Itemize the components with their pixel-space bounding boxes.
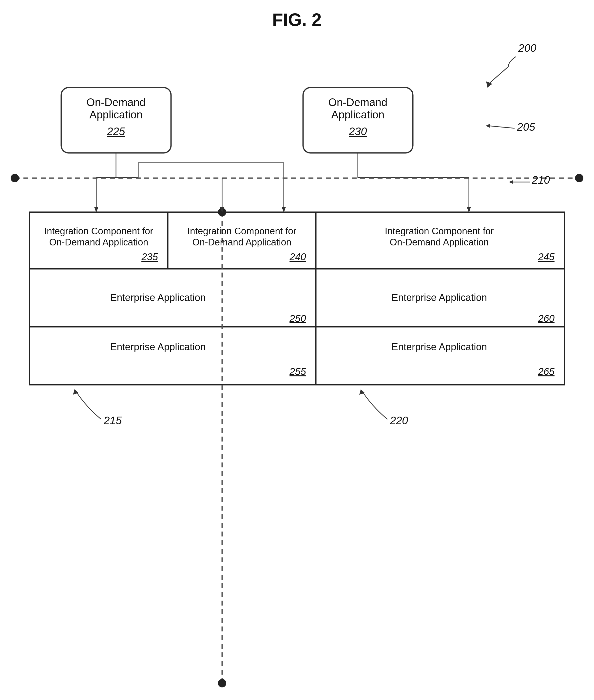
svg-text:Enterprise Application: Enterprise Application (110, 341, 206, 352)
svg-marker-2 (486, 81, 492, 88)
svg-text:Enterprise Application: Enterprise Application (110, 292, 206, 303)
svg-marker-31 (509, 180, 513, 184)
svg-text:Application: Application (331, 108, 384, 120)
svg-text:205: 205 (517, 121, 535, 133)
svg-text:255: 255 (289, 366, 306, 377)
svg-text:265: 265 (538, 366, 555, 377)
svg-marker-59 (359, 389, 365, 395)
svg-text:250: 250 (289, 313, 306, 324)
svg-text:240: 240 (289, 251, 306, 262)
svg-marker-17 (94, 207, 98, 213)
svg-text:210: 210 (532, 174, 550, 186)
svg-text:On-Demand Application: On-Demand Application (390, 237, 489, 247)
svg-text:230: 230 (349, 125, 367, 137)
svg-text:215: 215 (103, 414, 122, 426)
ref-200: 200 (518, 42, 536, 54)
svg-text:220: 220 (390, 414, 408, 426)
svg-rect-3 (61, 88, 171, 153)
svg-text:Integration Component for: Integration Component for (385, 226, 494, 236)
svg-text:245: 245 (538, 251, 555, 262)
svg-text:235: 235 (141, 251, 158, 262)
svg-text:On-Demand Application: On-Demand Application (49, 237, 148, 247)
svg-text:260: 260 (538, 313, 555, 324)
svg-line-12 (489, 126, 515, 128)
svg-point-38 (218, 208, 226, 216)
svg-marker-62 (220, 207, 224, 213)
svg-marker-57 (73, 389, 78, 395)
svg-line-1 (489, 67, 508, 84)
svg-text:Enterprise Application: Enterprise Application (392, 292, 487, 303)
svg-text:Application: Application (89, 108, 142, 120)
svg-marker-21 (282, 207, 286, 213)
svg-text:On-Demand: On-Demand (328, 96, 388, 108)
svg-rect-7 (303, 88, 413, 153)
svg-point-60 (218, 679, 226, 688)
svg-text:Enterprise Application: Enterprise Application (392, 341, 487, 352)
svg-marker-25 (467, 207, 471, 213)
svg-text:Integration Component for: Integration Component for (44, 226, 153, 236)
svg-point-27 (11, 174, 19, 182)
svg-point-28 (575, 174, 583, 182)
svg-text:Integration Component for: Integration Component for (187, 226, 296, 236)
svg-rect-32 (30, 212, 564, 385)
svg-text:On-Demand: On-Demand (87, 96, 145, 108)
svg-text:FIG. 2: FIG. 2 (272, 10, 322, 30)
svg-text:225: 225 (107, 125, 125, 137)
svg-marker-13 (486, 124, 490, 128)
svg-text:On-Demand Application: On-Demand Application (192, 237, 291, 247)
